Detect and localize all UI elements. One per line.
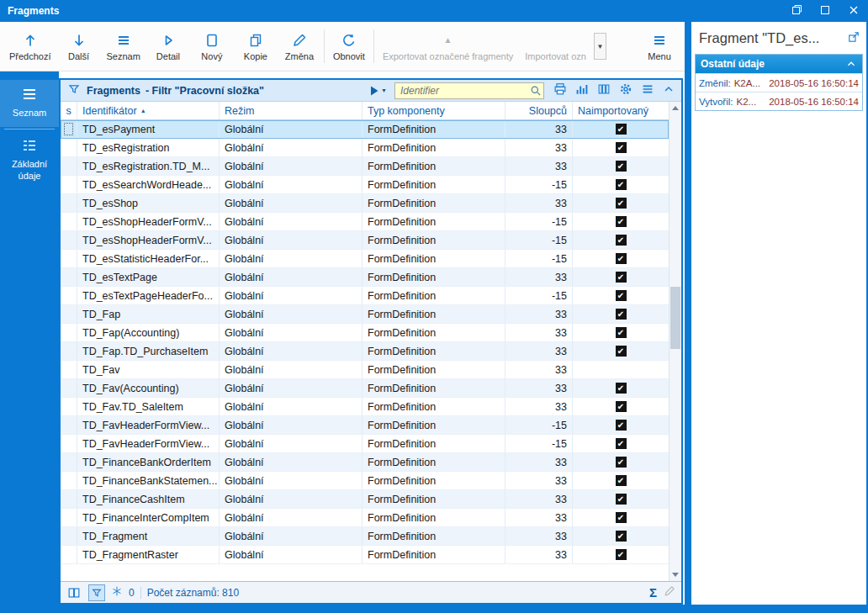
- row-columns-cell[interactable]: -15: [505, 176, 573, 193]
- export-marked-button[interactable]: ▲ Exportovat označené fragmenty: [377, 24, 519, 69]
- row-component-type-cell[interactable]: FormDefinition: [363, 120, 505, 138]
- row-select-cell[interactable]: [61, 342, 77, 360]
- row-identifier-cell[interactable]: TD_FavHeaderFormView...: [77, 416, 220, 434]
- copy-button[interactable]: Kopie: [234, 24, 278, 69]
- row-imported-cell[interactable]: [573, 231, 669, 249]
- row-component-type-cell[interactable]: FormDefinition: [363, 490, 505, 508]
- column-header-columns[interactable]: Sloupců: [505, 102, 573, 119]
- row-mode-cell[interactable]: Globální: [220, 231, 363, 249]
- table-row[interactable]: TD_esStatisticHeaderFor... Globální Form…: [61, 250, 669, 268]
- row-imported-cell[interactable]: [573, 176, 669, 193]
- column-header-imported[interactable]: Naimportovaný: [573, 102, 669, 119]
- table-row[interactable]: TD_Fav Globální FormDefinition 33: [61, 361, 669, 379]
- row-columns-cell[interactable]: -15: [505, 287, 573, 304]
- other-data-header[interactable]: Ostatní údaje: [696, 55, 862, 73]
- column-header-mode[interactable]: Režim: [220, 102, 363, 119]
- edit-pencil-disabled-icon[interactable]: [663, 584, 676, 600]
- table-row[interactable]: TD_FavHeaderFormView... Globální FormDef…: [61, 416, 669, 435]
- row-mode-cell[interactable]: Globální: [220, 176, 363, 193]
- table-row[interactable]: TD_FinanceInterCompItem Globální FormDef…: [61, 509, 669, 527]
- row-component-type-cell[interactable]: FormDefinition: [363, 287, 505, 304]
- refresh-button[interactable]: Obnovit: [327, 24, 371, 69]
- row-columns-cell[interactable]: -15: [505, 435, 573, 452]
- columns-button[interactable]: [596, 82, 611, 99]
- sidebar-item-zakladni-udaje[interactable]: Základní údaje: [0, 131, 59, 190]
- settings-gear-button[interactable]: [618, 82, 633, 99]
- row-component-type-cell[interactable]: FormDefinition: [363, 342, 505, 360]
- row-mode-cell[interactable]: Globální: [220, 250, 363, 267]
- sidebar-item-seznam[interactable]: Seznam: [0, 80, 59, 127]
- column-header-identifier[interactable]: Identifikátor▲: [77, 102, 220, 119]
- run-filter-button[interactable]: ▼: [369, 85, 387, 97]
- row-columns-cell[interactable]: 33: [505, 361, 573, 378]
- row-mode-cell[interactable]: Globální: [220, 194, 363, 212]
- row-mode-cell[interactable]: Globální: [220, 361, 363, 378]
- row-identifier-cell[interactable]: TD_FinanceInterCompItem: [77, 509, 220, 526]
- row-columns-cell[interactable]: 33: [505, 472, 573, 489]
- collapse-chevron-up-button[interactable]: [662, 82, 675, 98]
- row-columns-cell[interactable]: 33: [505, 342, 573, 360]
- row-component-type-cell[interactable]: FormDefinition: [363, 453, 505, 471]
- row-identifier-cell[interactable]: TD_FinanceBankStatemen...: [77, 472, 220, 489]
- row-select-cell[interactable]: [61, 120, 77, 138]
- column-header-component-type[interactable]: Typ komponenty: [363, 102, 505, 119]
- table-row[interactable]: TD_esShopHeaderFormV... Globální FormDef…: [61, 213, 669, 231]
- table-row[interactable]: TD_esPayment Globální FormDefinition 33: [61, 120, 669, 139]
- row-identifier-cell[interactable]: TD_esTextPage: [77, 268, 220, 286]
- next-button[interactable]: Další: [57, 24, 101, 69]
- row-columns-cell[interactable]: 33: [505, 120, 573, 138]
- table-row[interactable]: TD_Fragment Globální FormDefinition 33: [61, 527, 669, 546]
- table-row[interactable]: TD_FinanceBankOrderItem Globální FormDef…: [61, 453, 669, 472]
- row-imported-cell[interactable]: [573, 342, 669, 360]
- row-mode-cell[interactable]: Globální: [220, 453, 363, 471]
- filter-active-button[interactable]: [88, 584, 105, 601]
- close-button[interactable]: [839, 0, 868, 22]
- row-identifier-cell[interactable]: TD_FinanceBankOrderItem: [77, 453, 220, 471]
- row-component-type-cell[interactable]: FormDefinition: [363, 176, 505, 193]
- row-imported-cell[interactable]: [573, 139, 669, 156]
- row-component-type-cell[interactable]: FormDefinition: [363, 527, 505, 545]
- row-component-type-cell[interactable]: FormDefinition: [363, 398, 505, 415]
- previous-button[interactable]: Předchozí: [3, 24, 57, 69]
- row-imported-cell[interactable]: [573, 157, 669, 175]
- open-in-window-icon[interactable]: [847, 30, 860, 46]
- row-mode-cell[interactable]: Globální: [220, 139, 363, 156]
- row-columns-cell[interactable]: 33: [505, 268, 573, 286]
- row-imported-cell[interactable]: [573, 509, 669, 526]
- row-columns-cell[interactable]: 33: [505, 157, 573, 175]
- row-imported-cell[interactable]: [573, 416, 669, 434]
- row-columns-cell[interactable]: -15: [505, 416, 573, 434]
- row-select-cell[interactable]: [61, 416, 77, 434]
- table-row[interactable]: TD_esSearchWordHeade... Globální FormDef…: [61, 176, 669, 194]
- row-columns-cell[interactable]: -15: [505, 213, 573, 230]
- row-select-cell[interactable]: [61, 213, 77, 230]
- row-select-cell[interactable]: [61, 305, 77, 323]
- vertical-scrollbar[interactable]: [669, 102, 681, 581]
- table-row[interactable]: TD_esRegistration.TD_M... Globální FormD…: [61, 157, 669, 176]
- row-columns-cell[interactable]: 33: [505, 194, 573, 212]
- row-component-type-cell[interactable]: FormDefinition: [363, 231, 505, 249]
- list-view-button[interactable]: Seznam: [101, 24, 146, 69]
- table-row[interactable]: TD_FragmentRaster Globální FormDefinitio…: [61, 546, 669, 564]
- table-row[interactable]: TD_esTextPage Globální FormDefinition 33: [61, 268, 669, 287]
- row-component-type-cell[interactable]: FormDefinition: [363, 139, 505, 156]
- row-imported-cell[interactable]: [573, 287, 669, 304]
- row-identifier-cell[interactable]: TD_esPayment: [77, 120, 220, 138]
- scroll-up-button[interactable]: [670, 102, 681, 114]
- row-mode-cell[interactable]: Globální: [220, 509, 363, 526]
- scroll-down-button[interactable]: [670, 568, 681, 581]
- row-imported-cell[interactable]: [573, 546, 669, 563]
- new-button[interactable]: Nový: [190, 24, 234, 69]
- row-mode-cell[interactable]: Globální: [220, 472, 363, 489]
- row-identifier-cell[interactable]: TD_Fav(Accounting): [77, 379, 220, 397]
- row-select-cell[interactable]: [61, 361, 77, 378]
- row-component-type-cell[interactable]: FormDefinition: [363, 472, 505, 489]
- row-identifier-cell[interactable]: TD_Fragment: [77, 527, 220, 545]
- row-select-cell[interactable]: [61, 324, 77, 341]
- row-imported-cell[interactable]: [573, 305, 669, 323]
- row-columns-cell[interactable]: 33: [505, 379, 573, 397]
- row-imported-cell[interactable]: [573, 453, 669, 471]
- row-select-cell[interactable]: [61, 139, 77, 156]
- row-mode-cell[interactable]: Globální: [220, 398, 363, 415]
- sum-button[interactable]: Σ: [649, 585, 657, 600]
